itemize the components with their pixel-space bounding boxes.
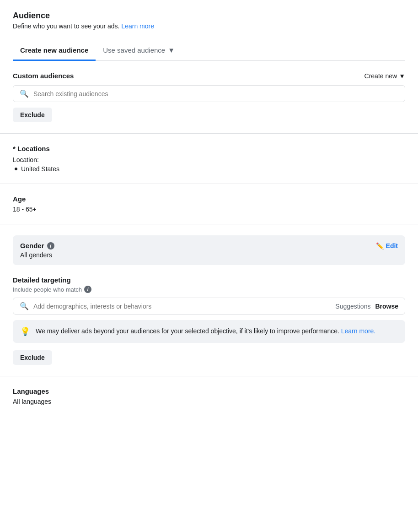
divider-4 xyxy=(0,376,418,376)
age-title: Age xyxy=(13,195,405,203)
custom-audiences-search-box: 🔍 xyxy=(13,85,405,102)
info-icon-targeting: i xyxy=(84,286,91,293)
custom-audiences-header: Custom audiences Create new ▼ xyxy=(13,72,405,80)
detailed-targeting-search-box: 🔍 Suggestions Browse xyxy=(13,298,405,315)
location-label: Location: xyxy=(13,156,405,163)
include-text: Include people who match i xyxy=(13,286,405,293)
info-icon: i xyxy=(47,242,54,250)
create-new-button[interactable]: Create new ▼ xyxy=(364,72,405,80)
detailed-targeting-search-input[interactable] xyxy=(33,303,331,310)
location-value: United States xyxy=(21,165,59,173)
audience-title: Audience xyxy=(13,11,405,21)
age-section: Age 18 - 65+ xyxy=(13,195,405,213)
detailed-targeting-exclude-button[interactable]: Exclude xyxy=(13,350,52,365)
custom-audiences-title: Custom audiences xyxy=(13,72,74,80)
chevron-down-icon: ▼ xyxy=(168,46,175,54)
gender-edit-button[interactable]: ✏️ Edit xyxy=(376,242,398,250)
detailed-targeting-section: Detailed targeting Include people who ma… xyxy=(13,276,405,365)
age-value: 18 - 65+ xyxy=(13,206,405,213)
targeting-info-box: 💡 We may deliver ads beyond your audienc… xyxy=(13,320,405,343)
custom-audiences-search-input[interactable] xyxy=(33,90,398,98)
locations-section: * Locations Location: United States xyxy=(13,145,405,173)
search-icon-targeting: 🔍 xyxy=(20,302,29,310)
gender-title-text: Gender xyxy=(20,242,44,250)
detailed-targeting-title: Detailed targeting xyxy=(13,276,405,284)
audience-subtitle: Define who you want to see your ads. Lea… xyxy=(13,22,405,30)
tabs-container: Create new audience Use saved audience ▼ xyxy=(13,41,405,61)
info-box-main-text: We may deliver ads beyond your audiences… xyxy=(36,327,339,335)
languages-title: Languages xyxy=(13,387,405,395)
tab-use-saved-audience[interactable]: Use saved audience ▼ xyxy=(96,41,182,61)
gender-title: Gender i xyxy=(20,242,54,250)
targeting-actions: Suggestions Browse xyxy=(335,303,398,310)
search-icon: 🔍 xyxy=(20,89,29,98)
tab-create-new-audience[interactable]: Create new audience xyxy=(13,41,96,61)
gender-edit-label: Edit xyxy=(386,242,398,250)
location-item: United States xyxy=(13,165,405,173)
languages-section: Languages All languages xyxy=(13,387,405,405)
audience-header-section: Audience Define who you want to see your… xyxy=(13,11,405,30)
info-box-learn-more-link[interactable]: Learn more. xyxy=(341,327,375,335)
divider-2 xyxy=(0,184,418,184)
chevron-down-icon: ▼ xyxy=(399,72,405,80)
suggestions-text: Suggestions xyxy=(335,303,370,310)
gender-value: All genders xyxy=(20,251,398,259)
bullet-icon xyxy=(15,168,17,170)
info-box-text: We may deliver ads beyond your audiences… xyxy=(36,326,375,337)
divider-3 xyxy=(0,224,418,224)
custom-audiences-exclude-button[interactable]: Exclude xyxy=(13,108,52,122)
browse-button[interactable]: Browse xyxy=(375,303,398,310)
learn-more-link[interactable]: Learn more xyxy=(121,22,154,30)
pencil-icon: ✏️ xyxy=(376,242,384,250)
audience-panel: Audience Define who you want to see your… xyxy=(0,0,418,416)
gender-header: Gender i ✏️ Edit xyxy=(20,242,398,250)
bulb-icon: 💡 xyxy=(20,326,30,337)
custom-audiences-section: Custom audiences Create new ▼ 🔍 Exclude xyxy=(13,72,405,122)
include-label-text: Include people who match xyxy=(13,286,82,293)
gender-section: Gender i ✏️ Edit All genders xyxy=(13,235,405,265)
locations-title: * Locations xyxy=(13,145,405,152)
divider-1 xyxy=(0,133,418,134)
languages-value: All languages xyxy=(13,398,405,405)
audience-subtitle-text: Define who you want to see your ads. xyxy=(13,22,119,30)
create-new-label: Create new xyxy=(364,72,397,80)
